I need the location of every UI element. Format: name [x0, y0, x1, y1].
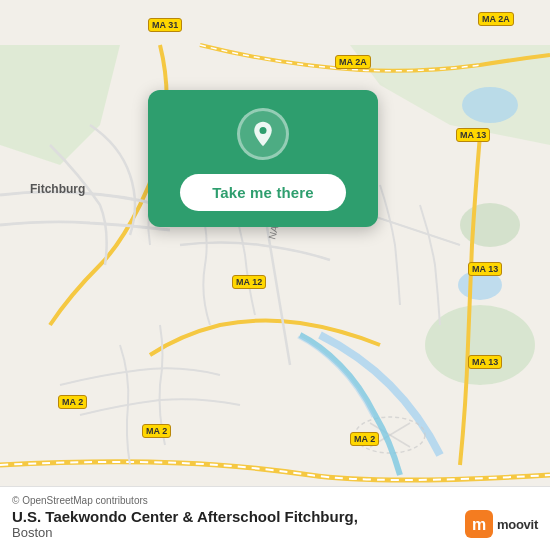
svg-text:Fitchburg: Fitchburg: [30, 182, 85, 196]
map-roads: Fitchburg NASHUA RIVER: [0, 0, 550, 550]
shield-ma2-2: MA 2: [142, 424, 171, 438]
svg-point-12: [260, 127, 267, 134]
city-name: Boston: [12, 525, 358, 540]
place-name: U.S. Taekwondo Center & Afterschool Fitc…: [12, 508, 358, 525]
map-container: Fitchburg NASHUA RIVER MA 31 MA 2A MA 2A…: [0, 0, 550, 550]
shield-ma13-2: MA 13: [468, 262, 502, 276]
shield-ma12: MA 12: [232, 275, 266, 289]
shield-ma13-1: MA 13: [456, 128, 490, 142]
shield-ma2a-1: MA 2A: [335, 55, 371, 69]
shield-ma2-3: MA 2: [350, 432, 379, 446]
svg-point-3: [425, 305, 535, 385]
shield-ma2a-2: MA 2A: [478, 12, 514, 26]
shield-ma13-3: MA 13: [468, 355, 502, 369]
svg-point-4: [460, 203, 520, 247]
osm-attribution: © OpenStreetMap contributors: [12, 495, 538, 506]
svg-point-5: [462, 87, 518, 123]
moovit-logo: m moovit: [465, 510, 538, 538]
location-card: Take me there: [148, 90, 378, 227]
location-pin-icon: [249, 120, 277, 148]
location-icon-wrap: [237, 108, 289, 160]
svg-text:m: m: [472, 516, 486, 533]
shield-ma31: MA 31: [148, 18, 182, 32]
moovit-icon: m: [465, 510, 493, 538]
take-me-there-button[interactable]: Take me there: [180, 174, 346, 211]
bottom-info-bar: © OpenStreetMap contributors U.S. Taekwo…: [0, 486, 550, 550]
moovit-name: moovit: [497, 517, 538, 532]
shield-ma2-1: MA 2: [58, 395, 87, 409]
